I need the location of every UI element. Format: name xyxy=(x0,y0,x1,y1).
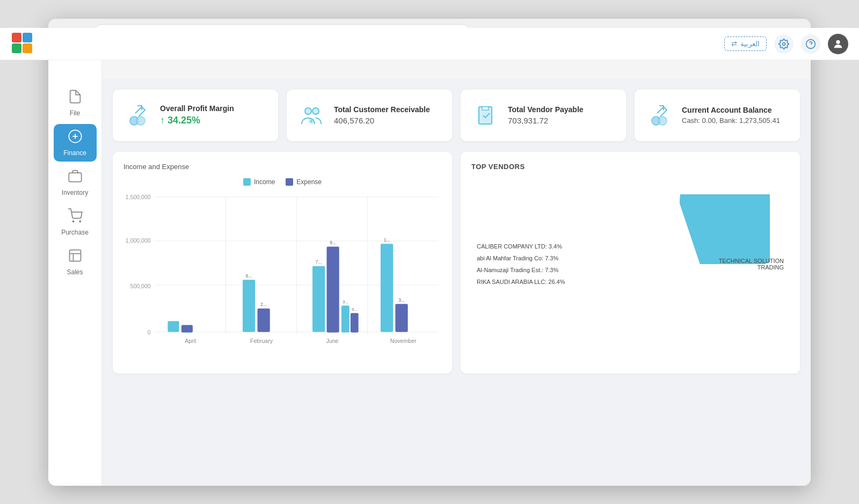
card-info-customer: Total Customer Receivable 406,576.20 xyxy=(334,105,441,125)
file-icon xyxy=(68,89,83,107)
card-title-balance: Current Account Balance xyxy=(682,106,789,114)
pie-chart-container: CALIBER COMPANY LTD: 3.4% abi Al Mahfar … xyxy=(471,178,789,350)
summary-cards: Overall Profit Margin ↑ 34.25% xyxy=(113,90,800,141)
svg-point-12 xyxy=(72,221,74,222)
svg-text:June: June xyxy=(326,337,339,344)
svg-point-25 xyxy=(658,116,667,125)
svg-text:3...: 3... xyxy=(352,306,357,311)
svg-point-17 xyxy=(305,108,311,114)
svg-text:November: November xyxy=(390,337,417,344)
app-body: ⇄ العربية xyxy=(48,47,811,486)
svg-text:3...: 3... xyxy=(343,300,348,304)
sidebar-item-sales[interactable]: Sales xyxy=(54,243,97,281)
svg-rect-14 xyxy=(69,250,81,261)
pie-labels-left: CALIBER COMPANY LTD: 3.4% abi Al Mahfar … xyxy=(471,178,622,350)
pie-label-2: Al-Namuzaji Trading Est.: 7.3% xyxy=(477,267,622,273)
svg-text:1,500,000: 1,500,000 xyxy=(126,193,151,200)
svg-rect-45 xyxy=(312,266,325,332)
card-vendor-payable: Total Vendor Payable 703,931.72 xyxy=(461,90,626,141)
pie-label-right: TECHNICAL SOLUTION TRADING xyxy=(714,258,784,271)
card-info-balance: Current Account Balance Cash: 0.00, Bank… xyxy=(682,106,789,125)
bar-chart-card: Income and Expense Income Expense xyxy=(113,152,452,374)
card-title-profit: Overall Profit Margin xyxy=(160,104,267,113)
profit-icon xyxy=(123,101,151,129)
pie-chart-title: TOP VENDORS xyxy=(471,163,789,171)
customers-icon xyxy=(297,101,325,129)
svg-text:February: February xyxy=(250,337,273,344)
inventory-icon xyxy=(68,169,83,187)
card-value-vendor: 703,931.72 xyxy=(508,116,615,125)
svg-point-13 xyxy=(79,221,81,222)
svg-rect-49 xyxy=(341,305,350,332)
bar-chart: 1,500,000 1,000,000 500,000 0 xyxy=(123,191,441,363)
settings-button[interactable] xyxy=(774,47,794,54)
svg-text:7...: 7... xyxy=(316,259,322,265)
card-account-balance: Current Account Balance Cash: 0.00, Bank… xyxy=(635,90,800,141)
svg-rect-54 xyxy=(381,244,393,332)
help-button[interactable] xyxy=(801,47,811,54)
card-title-customer: Total Customer Receivable xyxy=(334,105,441,114)
lang-icon: ⇄ xyxy=(731,47,737,48)
card-value-balance: Cash: 0.00, Bank: 1,273,505.41 xyxy=(682,116,789,125)
card-info-profit: Overall Profit Margin ↑ 34.25% xyxy=(160,104,267,126)
svg-rect-37 xyxy=(168,321,179,332)
svg-text:500,000: 500,000 xyxy=(130,283,151,289)
svg-text:1...: 1... xyxy=(384,237,390,242)
svg-rect-47 xyxy=(326,246,339,332)
charts-row: Income and Expense Income Expense xyxy=(113,152,800,374)
sidebar-item-inventory[interactable]: Inventory xyxy=(54,164,97,201)
pie-chart-card: TOP VENDORS CALIBER COMPANY LTD: 3.4% ab… xyxy=(461,152,800,374)
card-info-vendor: Total Vendor Payable 703,931.72 xyxy=(508,105,615,125)
legend-box-expense xyxy=(286,178,293,186)
bar-chart-title: Income and Expense xyxy=(123,163,441,171)
main-content: Overall Profit Margin ↑ 34.25% xyxy=(102,79,811,486)
legend-label-expense: Expense xyxy=(296,178,322,186)
svg-point-5 xyxy=(806,47,811,48)
lang-label: العربية xyxy=(740,47,760,48)
sidebar-item-file[interactable]: File xyxy=(54,84,97,122)
card-customer-receivable: Total Customer Receivable 406,576.20 xyxy=(287,90,452,141)
svg-text:0: 0 xyxy=(148,328,151,335)
card-title-vendor: Total Vendor Payable xyxy=(508,105,615,114)
sidebar-label-finance: Finance xyxy=(63,149,86,157)
svg-rect-23 xyxy=(482,107,489,110)
svg-text:6...: 6... xyxy=(246,273,252,279)
svg-text:1,000,000: 1,000,000 xyxy=(126,237,151,243)
pie-label-1: abi Al Mahfar Trading Co: 7.3% xyxy=(477,255,622,261)
top-nav: ⇄ العربية xyxy=(48,47,811,61)
pie-label-3: RIKA SAUDI ARABIA LLC: 26.4% xyxy=(477,279,622,285)
vendor-icon xyxy=(471,101,499,129)
svg-point-16 xyxy=(136,116,145,125)
sidebar-item-finance[interactable]: Finance xyxy=(54,124,97,162)
legend-box-income xyxy=(243,178,251,186)
svg-rect-56 xyxy=(395,304,407,332)
svg-rect-51 xyxy=(351,313,359,332)
svg-text:April: April xyxy=(185,337,196,344)
legend-label-income: Income xyxy=(254,178,275,186)
card-value-customer: 406,576.20 xyxy=(334,116,441,125)
legend-expense: Expense xyxy=(286,178,322,186)
balance-icon xyxy=(645,101,673,129)
purchase-icon xyxy=(68,208,83,227)
sidebar-label-purchase: Purchase xyxy=(61,229,89,236)
language-button[interactable]: ⇄ العربية xyxy=(724,47,767,52)
svg-text:3...: 3... xyxy=(398,297,405,302)
sidebar-label-file: File xyxy=(70,109,80,117)
svg-rect-40 xyxy=(243,280,255,332)
sidebar-label-inventory: Inventory xyxy=(62,189,88,196)
svg-point-18 xyxy=(312,108,319,114)
svg-text:9...: 9... xyxy=(330,240,336,245)
legend-income: Income xyxy=(243,178,275,186)
sales-icon xyxy=(68,248,83,266)
sidebar-label-sales: Sales xyxy=(67,268,83,276)
svg-text:2...: 2... xyxy=(260,302,267,307)
svg-rect-42 xyxy=(257,308,270,332)
sidebar-item-purchase[interactable]: Purchase xyxy=(54,203,97,241)
card-profit-margin: Overall Profit Margin ↑ 34.25% xyxy=(113,90,278,141)
top-nav-right: ⇄ العربية xyxy=(724,47,811,54)
finance-icon xyxy=(68,129,83,147)
bar-chart-legend: Income Expense xyxy=(123,178,441,186)
sidebar: File Finance xyxy=(48,47,102,486)
card-value-profit: ↑ 34.25% xyxy=(160,115,267,126)
svg-rect-38 xyxy=(181,325,193,332)
